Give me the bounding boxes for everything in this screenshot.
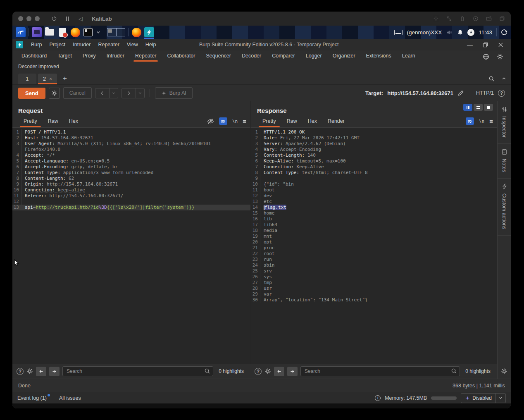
vm-power-icon[interactable] [50,14,59,23]
prev-match-button[interactable] [274,367,284,376]
newline-toggle-icon[interactable]: \n [232,119,238,124]
bell-icon[interactable] [457,29,463,36]
vm-back-icon[interactable]: ◁ [76,14,85,23]
response-editor[interactable]: 1HTTP/1.1 200 OK2Date: Fri, 27 Mar 2026 … [251,127,497,364]
menu-project[interactable]: Project [45,40,69,49]
info-icon[interactable]: i [375,395,381,401]
code-line[interactable]: 11boot [251,187,497,193]
response-tab-pretty[interactable]: Pretty [257,116,281,127]
request-tab-hex[interactable]: Hex [64,116,83,127]
ai-state-dropdown[interactable]: Disabled [461,393,506,403]
keyboard-layout-icon[interactable] [394,30,403,35]
dropdown-chevron-icon[interactable] [495,394,505,403]
code-line[interactable]: 26sys [251,274,497,280]
edit-target-pencil-icon[interactable] [457,90,464,96]
vm-disc-icon[interactable] [473,16,479,21]
menu-burp[interactable]: Burp [27,40,45,49]
editor-menu-icon[interactable]: ≡ [243,118,246,125]
tab-decoder[interactable]: Decoder [237,51,266,62]
code-line[interactable]: 9Origin: http://154.57.164.80:32671 [12,181,250,187]
history-back-button[interactable] [95,88,118,98]
code-line[interactable]: 2Host: 154.57.164.80:32671 [12,135,250,141]
response-tab-raw[interactable]: Raw [281,116,302,127]
search-help-icon[interactable]: ? [255,368,262,375]
send-button[interactable]: Send [18,88,45,99]
restore-button[interactable] [483,42,488,48]
tab-proxy[interactable]: Proxy [78,51,101,62]
repeater-tab-2[interactable]: 2 × [38,74,57,84]
code-line[interactable]: 4Accept: */* [12,153,250,158]
close-tab-icon[interactable]: × [49,76,52,82]
qterminal-icon[interactable] [83,27,93,37]
tab-intruder[interactable]: Intruder [102,51,129,62]
window-traffic-lights[interactable] [18,16,40,21]
code-line[interactable]: 3Server: Apache/2.4.62 (Debian) [251,141,497,147]
code-line[interactable]: 14flag.txt [251,205,497,210]
firefox-launcher-icon[interactable] [70,27,80,37]
next-match-button[interactable] [287,367,298,376]
vm-pause-icon[interactable] [63,14,72,23]
code-line[interactable]: 20opt [251,239,497,245]
collapse-chevron-icon[interactable] [501,76,507,82]
word-wrap-icon[interactable] [466,117,474,125]
request-editor[interactable]: 1POST / HTTP/1.12Host: 154.57.164.80:326… [12,127,250,364]
tab-collaborator[interactable]: Collaborator [162,51,200,62]
event-log-link[interactable]: Event log (1) [17,395,47,401]
globe-icon[interactable] [479,53,493,62]
mute-icon[interactable] [446,29,453,36]
tab-dashboard[interactable]: Dashboard [17,51,52,62]
code-line[interactable]: 28usr [251,286,497,291]
launcher-chevron-icon[interactable] [96,30,101,35]
minimize-button[interactable]: — [467,41,473,48]
sidebar-tab-custom-actions[interactable]: Custom actions [498,179,511,236]
tab-organizer[interactable]: Organizer [328,51,360,62]
code-line[interactable]: 6Keep-Alive: timeout=5, max=100 [251,158,497,164]
terminal-app-icon[interactable] [32,27,42,37]
close-button[interactable] [498,42,503,48]
code-line[interactable]: 8Content-Type: text/html; charset=UTF-8 [251,170,497,176]
response-tab-hex[interactable]: Hex [302,116,322,127]
code-line[interactable]: 10{"id": "bin [251,181,497,187]
cancel-button[interactable]: Cancel [63,87,92,99]
tab-decoder-improved[interactable]: Decoder Improved [18,64,59,69]
code-line[interactable]: 24sbin [251,262,497,268]
tab-target[interactable]: Target [52,51,77,62]
code-line[interactable]: 17lib64 [251,222,497,228]
power-manager-icon[interactable] [467,29,474,36]
protocol-label[interactable]: HTTP/1 [476,90,494,96]
burp-ai-button[interactable]: Burp AI [155,87,193,99]
tab-learn[interactable]: Learn [397,51,420,62]
vm-resize-icon[interactable] [446,16,452,21]
tab-extensions[interactable]: Extensions [361,51,396,62]
tab-logger[interactable]: Logger [301,51,327,62]
logout-icon[interactable] [501,29,507,36]
back-chevron-icon[interactable] [95,88,109,98]
code-line[interactable]: 25srv [251,268,497,274]
code-line[interactable]: 7Connection: Keep-Alive [251,164,497,170]
code-line[interactable]: 21proc [251,245,497,251]
all-issues-link[interactable]: All issues [59,395,81,401]
code-line[interactable]: 4Vary: Accept-Encoding [251,147,497,153]
code-line[interactable]: 29var [251,291,497,297]
code-line[interactable]: Firefox/140.0 [12,147,250,153]
code-line[interactable]: 27tmp [251,280,497,286]
menu-view[interactable]: View [123,40,142,49]
firefox-window-icon[interactable] [131,27,141,37]
sidebar-settings-gear-icon[interactable] [498,364,511,379]
tab-sequencer[interactable]: Sequencer [201,51,236,62]
vm-shared-folder-icon[interactable] [486,16,492,21]
close-dot[interactable] [18,16,23,21]
search-toggle-icon[interactable] [488,76,495,82]
editor-menu-icon[interactable]: ≡ [489,118,493,125]
menu-intruder[interactable]: Intruder [69,40,94,49]
settings-gear-icon[interactable] [493,53,507,62]
burp-window-icon[interactable] [144,27,154,37]
request-search-input[interactable] [62,366,213,376]
code-line[interactable]: 3User-Agent: Mozilla/5.0 (X11; Linux x86… [12,141,250,147]
code-line[interactable]: 13api=http://truckapi.htb/?id%3D{{['ls\x… [12,205,250,210]
word-wrap-icon[interactable] [219,117,227,125]
code-line[interactable]: 30Array", "location": "134 Main Street"} [251,297,497,303]
sidebar-tab-notes[interactable]: Notes [498,144,511,179]
search-settings-gear-icon[interactable] [26,368,33,375]
code-line[interactable]: 23run [251,257,497,262]
